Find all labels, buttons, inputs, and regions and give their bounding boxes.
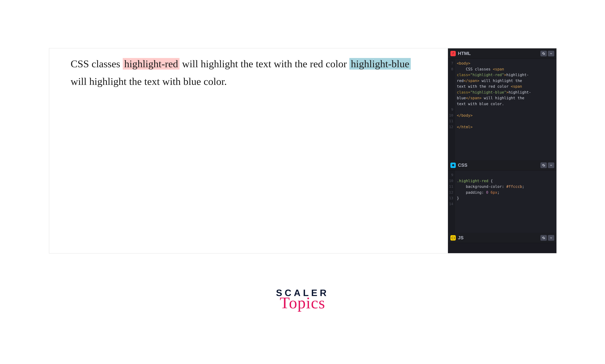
code-token: <span: [493, 67, 504, 71]
code-token: class=: [457, 73, 470, 77]
line-number: 12: [449, 124, 453, 130]
line-number: [449, 90, 453, 95]
preview-text-2: will highlight the text with the red col…: [180, 58, 349, 70]
code-token: 0: [486, 190, 488, 195]
css-panel-title: CSS: [458, 162, 541, 168]
line-number: 11: [449, 184, 453, 190]
css-panel-actions: [541, 162, 554, 168]
line-number: [449, 78, 453, 84]
code-token: :: [482, 190, 486, 195]
line-number: 10: [449, 113, 453, 118]
chevron-down-icon[interactable]: [548, 235, 554, 241]
line-number: 9: [449, 107, 453, 113]
line-number: 11: [449, 118, 453, 124]
app-frame: CSS classes highlight-red will highlight…: [49, 48, 557, 254]
chevron-down-icon[interactable]: [548, 162, 554, 168]
code-token: </body>: [457, 113, 473, 117]
code-token: will highlight the: [479, 79, 524, 83]
code-token: </span>: [463, 79, 479, 83]
code-token: :: [502, 184, 506, 189]
css-code-body[interactable]: 9 10 11 12 13 14 .highlight-red { backgr…: [448, 170, 556, 233]
line-number: 13: [449, 195, 453, 201]
line-number: 10: [449, 178, 453, 184]
code-token: "highlight-red": [470, 73, 504, 77]
preview-text-1: CSS classes: [71, 58, 123, 70]
code-token: highlight-: [509, 90, 531, 94]
line-number: [449, 101, 453, 107]
js-icon: ( ): [451, 235, 456, 241]
html-code-body[interactable]: 7 8 9 10 11 12 <body> CSS classes <span …: [448, 59, 556, 160]
html-panel-title: HTML: [458, 51, 541, 56]
code-token: .highlight-red: [457, 179, 488, 183]
highlight-blue-span: highlight-blue: [349, 58, 411, 70]
line-number: [449, 84, 453, 90]
js-panel-actions: [541, 235, 554, 241]
html-code[interactable]: <body> CSS classes <span class="highligh…: [455, 59, 556, 160]
code-token: 6px: [491, 190, 497, 195]
code-token: #ffcccb: [506, 184, 522, 189]
code-token: padding: [457, 190, 482, 195]
preview-text-3: will highlight the text with blue color.: [71, 76, 227, 87]
code-token: </html>: [457, 125, 473, 129]
gear-icon[interactable]: [541, 235, 547, 241]
code-token: <body>: [457, 61, 470, 65]
code-token: text with the red color: [457, 84, 511, 89]
gear-icon[interactable]: [541, 51, 547, 56]
brand-logo: SCALER Topics: [276, 288, 329, 311]
code-token: {: [488, 179, 493, 183]
code-token: >: [504, 73, 506, 77]
code-token: </span>: [466, 96, 482, 100]
code-token: [488, 190, 491, 195]
code-token: red: [457, 79, 463, 83]
line-number: [449, 72, 453, 78]
css-panel-header[interactable]: ✱ CSS: [448, 160, 556, 170]
editor-pane: / HTML 7 8: [448, 48, 556, 253]
js-panel-header[interactable]: ( ) JS: [448, 233, 556, 243]
js-panel: ( ) JS: [448, 233, 556, 243]
code-token: highlight-: [506, 73, 529, 77]
code-token: "highlight-blue": [470, 90, 506, 94]
html-gutter: 7 8 9 10 11 12: [448, 59, 455, 160]
html-panel: / HTML 7 8: [448, 48, 556, 160]
brand-line2: Topics: [276, 295, 329, 311]
code-token: text with blue color.: [457, 102, 504, 106]
line-number: 14: [449, 201, 453, 207]
gear-icon[interactable]: [541, 162, 547, 168]
html-icon: /: [451, 51, 456, 56]
code-token: >: [506, 90, 509, 94]
chevron-down-icon[interactable]: [548, 51, 554, 56]
css-code[interactable]: .highlight-red { background-color: #ffcc…: [455, 170, 556, 233]
line-number: [449, 95, 453, 101]
code-token: background-color: [457, 184, 502, 189]
line-number: 7: [449, 61, 453, 66]
css-icon: ✱: [451, 163, 456, 168]
preview-pane: CSS classes highlight-red will highlight…: [49, 48, 448, 253]
html-panel-actions: [541, 51, 554, 56]
code-token: blue: [457, 96, 466, 100]
code-token: <span: [511, 84, 522, 89]
code-token: ;: [522, 184, 524, 189]
line-number: 12: [449, 190, 453, 195]
code-token: }: [457, 196, 459, 200]
code-token: CSS classes: [457, 67, 493, 71]
highlight-red-span: highlight-red: [123, 58, 180, 70]
css-panel: ✱ CSS 9 10 11 12 13 1: [448, 160, 556, 233]
html-panel-header[interactable]: / HTML: [448, 48, 556, 59]
code-token: will highlight the: [482, 96, 527, 100]
preview-paragraph: CSS classes highlight-red will highlight…: [71, 55, 428, 90]
code-token: class=: [457, 90, 470, 94]
code-token: ;: [497, 190, 500, 195]
line-number: 9: [449, 172, 453, 178]
line-number: 8: [449, 66, 453, 72]
js-panel-title: JS: [458, 235, 541, 241]
css-gutter: 9 10 11 12 13 14: [448, 170, 455, 233]
